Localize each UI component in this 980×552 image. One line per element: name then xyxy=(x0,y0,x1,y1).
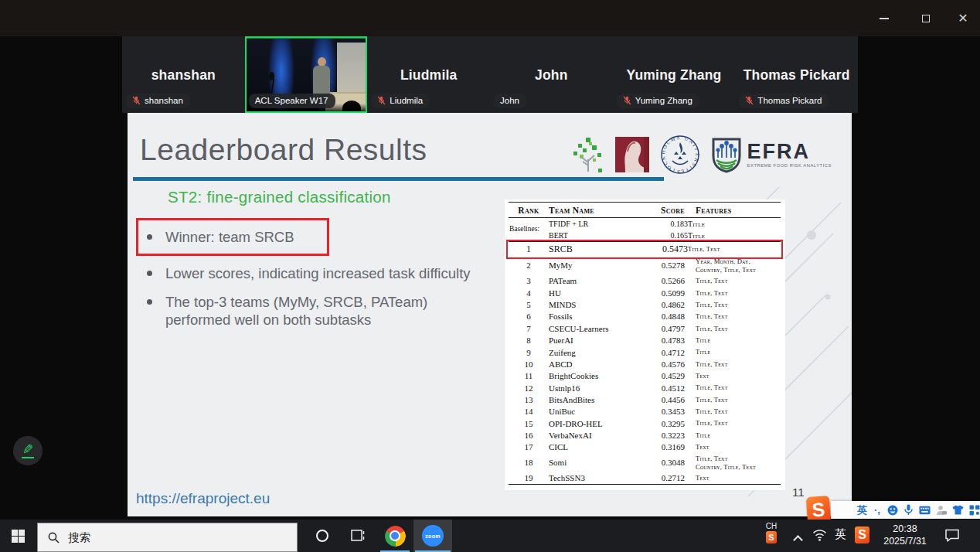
cell-team: Ustnlp16 xyxy=(549,382,640,394)
participant-tile[interactable]: Liudmila Liudmila xyxy=(367,36,490,113)
bullet-dot xyxy=(147,271,152,276)
voice-input-icon[interactable] xyxy=(903,504,914,516)
participant-tile[interactable]: Yuming Zhang Yuming Zhang xyxy=(613,36,736,113)
restore-button[interactable] xyxy=(909,0,943,36)
cell-team: ABCD xyxy=(549,359,640,370)
cell-rank: 5 xyxy=(509,299,549,311)
title-underline-bar xyxy=(133,177,664,181)
header-team-name: Team Name xyxy=(549,203,640,218)
header-features: Features xyxy=(688,203,781,218)
cell-score: 0.5099 xyxy=(640,288,688,299)
muted-mic-icon xyxy=(132,96,141,105)
table-row: 19 TechSSN3 0.2712 Text xyxy=(509,472,781,485)
cell-rank: 12 xyxy=(509,382,549,394)
table-row: 17 CICL 0.3169 Text xyxy=(509,441,781,453)
name-label: John xyxy=(494,94,526,108)
hidden-icons-chevron[interactable] xyxy=(793,535,803,545)
cell-score: 0.5473 xyxy=(640,242,688,257)
keyboard-icon[interactable] xyxy=(919,504,931,516)
name-label: shanshan xyxy=(126,94,190,108)
cell-team: Fossils xyxy=(549,311,640,322)
name-label-text: shanshan xyxy=(145,96,183,105)
toolbox-icon[interactable] xyxy=(969,504,980,516)
annotate-button[interactable]: ✎ xyxy=(13,436,43,465)
tray-time: 20:38 xyxy=(876,523,934,536)
action-center-icon[interactable] xyxy=(944,529,960,542)
leaderboard-body: 1 SRCB 0.5473 Title, Text 2 MyMy 0.5278 … xyxy=(509,242,781,485)
cell-rank: 14 xyxy=(509,406,549,417)
taskbar: 搜索 zoom CH S xyxy=(0,520,980,552)
efra-logo: EFRA EXTREME FOOD RISK ANALYTICS xyxy=(710,136,832,173)
cell-features: Title, Text xyxy=(688,311,781,322)
tray-ime-status[interactable]: CH S xyxy=(760,522,783,543)
cell-rank: 3 xyxy=(509,275,549,287)
close-button[interactable]: ✕ xyxy=(946,0,980,36)
table-row: 11 BrightCookies 0.4529 Text xyxy=(509,370,781,382)
name-label: Liudmila xyxy=(371,94,430,108)
window-titlebar: ✕ xyxy=(0,0,980,36)
table-row: 14 UniBuc 0.3453 Title, Text xyxy=(509,406,781,417)
search-icon xyxy=(48,532,60,543)
punctuation-button[interactable]: ·, xyxy=(873,504,882,516)
emoji-icon[interactable] xyxy=(887,504,898,516)
ime-status-text: CH xyxy=(766,522,777,530)
participant-tile[interactable]: Thomas Pickard Thomas Pickard xyxy=(735,36,858,113)
participant-tile[interactable]: ACL Speaker W17 xyxy=(245,36,368,113)
table-row: 9 Zuifeng 0.4712 Title xyxy=(509,346,781,358)
cell-score: 0.183 xyxy=(640,218,688,230)
tray-ime-language[interactable]: 英 xyxy=(835,527,846,542)
bullet-list: Winner: team SRCB Lower scores, indicati… xyxy=(147,218,495,340)
bullet-text: Lower scores, indicating increased task … xyxy=(165,264,471,282)
cell-features: Title, Text Country, Title, Text xyxy=(688,453,781,472)
cell-score: 0.4783 xyxy=(640,335,688,346)
chrome-taskbar-button[interactable] xyxy=(378,520,412,552)
svg-text:STOCKHOLMS UNIVERSITET: STOCKHOLMS UNIVERSITET xyxy=(660,135,700,175)
ime-lang-button[interactable]: 英 xyxy=(857,504,867,516)
cell-features: Title xyxy=(688,346,781,358)
zoom-taskbar-button[interactable]: zoom xyxy=(413,520,452,552)
baselines-body: Baselines: TFIDF + LR 0.183 Title BERT 0… xyxy=(509,218,781,242)
slide-subtitle: ST2: fine-grained classification xyxy=(168,188,391,206)
chrome-icon xyxy=(385,526,406,547)
cell-score: 0.2712 xyxy=(640,472,688,485)
cell-rank: 4 xyxy=(509,288,549,299)
participant-tile[interactable]: John John xyxy=(490,36,613,113)
cell-features: Title xyxy=(688,335,781,346)
participant-big-name: Thomas Pickard xyxy=(735,67,858,83)
cell-team: PuerAI xyxy=(549,335,640,346)
cell-team: Zuifeng xyxy=(549,346,640,358)
table-row: 8 PuerAI 0.4783 Title xyxy=(509,335,781,346)
cell-features: Title, Text xyxy=(688,299,781,311)
cell-features: Title xyxy=(688,218,781,230)
tray-clock[interactable]: 20:38 2025/7/31 xyxy=(876,523,934,547)
cell-score: 0.5278 xyxy=(640,257,688,276)
cell-features: Title, Text xyxy=(688,323,781,335)
windows-logo-icon xyxy=(12,530,25,543)
participant-tile[interactable]: shanshan shanshan xyxy=(122,36,245,113)
cell-team: HU xyxy=(549,288,640,299)
wifi-icon[interactable] xyxy=(812,530,827,541)
bullet-text: The top-3 teams (MyMy, SRCB, PATeam) per… xyxy=(165,293,495,329)
cell-score: 0.3169 xyxy=(640,441,688,453)
member-icon[interactable] xyxy=(936,504,947,516)
cell-features: Text xyxy=(688,472,781,485)
name-label-text: Thomas Pickard xyxy=(757,96,822,105)
table-row: 13 BitsAndBites 0.4456 Title, Text xyxy=(509,394,781,406)
table-row: BERT 0.165 Title xyxy=(509,230,781,242)
cell-team: MINDS xyxy=(549,299,640,311)
cell-team: PATeam xyxy=(549,275,640,287)
name-label-text: John xyxy=(500,96,519,105)
task-view-button[interactable] xyxy=(342,520,374,552)
search-input[interactable]: 搜索 xyxy=(37,523,298,552)
cell-rank: 1 xyxy=(509,242,549,257)
skin-icon[interactable] xyxy=(952,504,964,516)
task-view-icon xyxy=(351,530,365,542)
slide-title: Leaderboard Results xyxy=(140,133,427,167)
cortana-button[interactable] xyxy=(306,520,339,552)
sogou-tray-icon[interactable]: S xyxy=(855,526,869,543)
start-button[interactable] xyxy=(0,520,36,552)
pixel-tree-logo xyxy=(572,136,604,173)
bullet-dot xyxy=(147,299,152,305)
table-row: 5 MINDS 0.4862 Title, Text xyxy=(509,299,781,311)
minimize-button[interactable] xyxy=(867,0,901,36)
